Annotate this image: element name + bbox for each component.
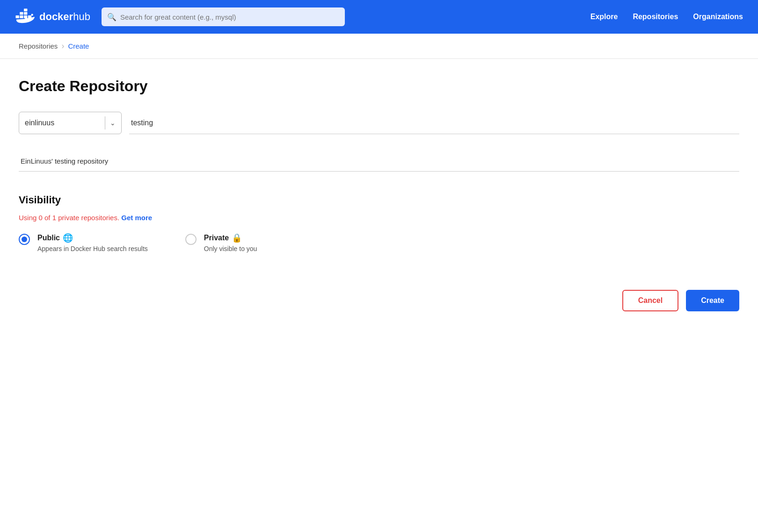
lock-icon: 🔒 <box>232 233 242 243</box>
nav-organizations[interactable]: Organizations <box>693 13 743 21</box>
search-input[interactable] <box>102 7 345 26</box>
private-radio[interactable] <box>185 234 197 245</box>
private-repos-notice: Using 0 of 1 private repositories. <box>19 214 119 222</box>
visibility-title: Visibility <box>19 194 739 206</box>
cancel-button[interactable]: Cancel <box>622 290 678 311</box>
search-bar: 🔍 <box>102 7 345 26</box>
page-title: Create Repository <box>19 78 739 95</box>
visibility-options: Public 🌐 Appears in Docker Hub search re… <box>19 233 739 252</box>
namespace-divider <box>105 116 105 129</box>
breadcrumb: Repositories › Create <box>0 34 758 59</box>
public-option[interactable]: Public 🌐 Appears in Docker Hub search re… <box>19 233 148 252</box>
svg-rect-0 <box>15 15 19 18</box>
nav-repositories[interactable]: Repositories <box>633 13 678 21</box>
svg-point-7 <box>31 14 33 15</box>
nav-explore[interactable]: Explore <box>590 13 618 21</box>
radio-selected-dot <box>22 237 27 242</box>
repo-name-input[interactable] <box>129 112 739 134</box>
public-desc: Appears in Docker Hub search results <box>37 245 148 252</box>
actions-row: Cancel Create <box>19 280 739 311</box>
get-more-link[interactable]: Get more <box>121 214 152 222</box>
search-icon: 🔍 <box>107 13 117 22</box>
docker-logo-icon <box>15 8 36 25</box>
private-desc: Only visible to you <box>204 245 257 252</box>
visibility-notice: Using 0 of 1 private repositories. Get m… <box>19 214 739 222</box>
public-label: Public 🌐 <box>37 233 148 243</box>
logo-link[interactable]: dockerhub <box>15 8 90 25</box>
top-nav: Explore Repositories Organizations <box>590 13 743 21</box>
svg-rect-5 <box>24 8 27 11</box>
private-option[interactable]: Private 🔒 Only visible to you <box>185 233 257 252</box>
svg-rect-3 <box>24 15 27 18</box>
repo-name-row: einlinuus ⌄ <box>19 112 739 134</box>
svg-rect-4 <box>24 12 27 15</box>
visibility-section: Visibility Using 0 of 1 private reposito… <box>19 194 739 252</box>
description-input[interactable] <box>19 151 739 172</box>
globe-icon: 🌐 <box>63 233 73 243</box>
private-label: Private 🔒 <box>204 233 257 243</box>
public-radio[interactable] <box>19 234 30 245</box>
breadcrumb-separator: › <box>61 41 64 51</box>
breadcrumb-current: Create <box>68 42 89 50</box>
namespace-select[interactable]: einlinuus ⌄ <box>19 112 122 134</box>
public-option-details: Public 🌐 Appears in Docker Hub search re… <box>37 233 148 252</box>
create-button[interactable]: Create <box>686 290 739 311</box>
svg-rect-1 <box>20 15 23 18</box>
svg-rect-2 <box>20 12 23 15</box>
chevron-down-icon: ⌄ <box>110 119 116 127</box>
logo-text: dockerhub <box>39 11 90 23</box>
main-content: Create Repository einlinuus ⌄ Visibility… <box>0 59 758 339</box>
header: dockerhub 🔍 Explore Repositories Organiz… <box>0 0 758 34</box>
namespace-value: einlinuus <box>25 119 100 127</box>
breadcrumb-parent[interactable]: Repositories <box>19 42 58 50</box>
private-option-details: Private 🔒 Only visible to you <box>204 233 257 252</box>
